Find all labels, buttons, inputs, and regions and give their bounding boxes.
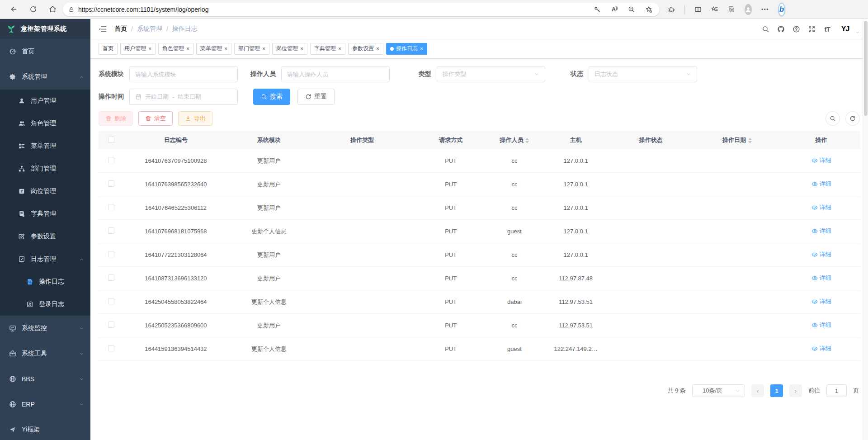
sidebar-item-dept-management[interactable]: 部门管理: [0, 157, 90, 180]
search-icon[interactable]: [762, 25, 769, 33]
next-page-button[interactable]: ›: [789, 384, 802, 397]
detail-link[interactable]: 详细: [811, 203, 831, 212]
sidebar-item-oper-log[interactable]: 操作日志: [0, 270, 90, 293]
operator-input-field[interactable]: [287, 71, 384, 78]
clear-button[interactable]: 清空: [138, 111, 173, 126]
detail-link[interactable]: 详细: [811, 321, 831, 329]
tab-oper-log[interactable]: 操作日志×: [386, 43, 427, 55]
close-icon[interactable]: ×: [420, 46, 423, 52]
export-button[interactable]: 导出: [178, 111, 212, 126]
show-search-button[interactable]: [826, 111, 840, 126]
url-text[interactable]: https://ccnetcore.com:1101/system/log/op…: [78, 6, 590, 13]
copilot-icon[interactable]: b: [778, 6, 785, 13]
detail-link[interactable]: 详细: [811, 180, 831, 188]
detail-link[interactable]: 详细: [811, 298, 831, 306]
favorites-add-icon[interactable]: [645, 6, 652, 13]
zoom-out-icon[interactable]: [628, 6, 635, 13]
font-size-icon[interactable]: tT: [823, 25, 831, 33]
goto-page-input[interactable]: [826, 384, 847, 397]
home-icon[interactable]: [49, 5, 57, 13]
detail-link[interactable]: 详细: [811, 227, 831, 235]
key-icon[interactable]: [594, 6, 601, 13]
fullscreen-icon[interactable]: [808, 25, 816, 33]
refresh-icon[interactable]: [29, 5, 37, 13]
row-checkbox[interactable]: [108, 322, 114, 328]
date-range-picker[interactable]: 开始日期 - 结束日期: [129, 89, 238, 105]
row-checkbox[interactable]: [108, 157, 114, 163]
close-icon[interactable]: ×: [376, 46, 379, 52]
github-icon[interactable]: [777, 25, 785, 33]
sidebar-item-user-management[interactable]: 用户管理: [0, 90, 90, 112]
split-screen-icon[interactable]: [694, 6, 702, 13]
detail-link[interactable]: 详细: [811, 156, 831, 165]
close-icon[interactable]: ×: [300, 46, 303, 52]
help-icon[interactable]: [793, 25, 800, 33]
row-checkbox[interactable]: [108, 274, 114, 281]
tab-param-settings[interactable]: 参数设置×: [348, 43, 383, 55]
address-bar[interactable]: https://ccnetcore.com:1101/system/log/op…: [63, 3, 660, 16]
close-icon[interactable]: ×: [148, 46, 151, 52]
page-scrollbar[interactable]: [863, 19, 868, 440]
user-avatar[interactable]: YJ: [839, 23, 851, 35]
sidebar-item-param-settings[interactable]: 参数设置: [0, 225, 90, 248]
tab-post-management[interactable]: 岗位管理×: [272, 43, 307, 55]
search-button[interactable]: 搜索: [253, 89, 290, 105]
app-logo[interactable]: 意框架管理系统: [0, 19, 90, 39]
sidebar-item-dict-management[interactable]: 字典管理: [0, 203, 90, 225]
page-1-button[interactable]: 1: [770, 384, 783, 397]
reset-button[interactable]: 重置: [297, 89, 335, 105]
favorites-icon[interactable]: [711, 6, 718, 13]
module-input-field[interactable]: [135, 71, 232, 78]
more-icon[interactable]: ⋯: [761, 6, 769, 13]
collections-icon[interactable]: [728, 6, 735, 13]
sidebar-item-menu-management[interactable]: 菜单管理: [0, 135, 90, 157]
sidebar-collapse-icon[interactable]: [99, 25, 107, 33]
sidebar-item-home[interactable]: 首页: [0, 39, 90, 64]
module-input[interactable]: [129, 66, 238, 82]
row-checkbox[interactable]: [108, 345, 114, 351]
tab-dict-management[interactable]: 字典管理×: [310, 43, 345, 55]
row-checkbox[interactable]: [108, 204, 114, 210]
column-header[interactable]: 操作日期: [692, 131, 783, 149]
close-icon[interactable]: ×: [338, 46, 341, 52]
breadcrumb-item[interactable]: 首页: [114, 25, 127, 33]
chevron-down-icon[interactable]: [855, 31, 860, 35]
row-checkbox[interactable]: [108, 251, 114, 257]
tab-menu-management[interactable]: 菜单管理×: [196, 43, 231, 55]
status-select[interactable]: 日志状态: [589, 66, 697, 82]
row-checkbox[interactable]: [108, 227, 114, 234]
close-icon[interactable]: ×: [186, 46, 189, 52]
row-checkbox[interactable]: [108, 180, 114, 187]
row-checkbox[interactable]: [108, 298, 114, 304]
extensions-icon[interactable]: [668, 6, 675, 13]
operator-input[interactable]: [281, 66, 390, 82]
sort-icon[interactable]: [748, 138, 752, 143]
select-all-checkbox[interactable]: [108, 137, 114, 143]
page-size-select[interactable]: 10条/页: [692, 384, 745, 397]
tab-role-management[interactable]: 角色管理×: [158, 43, 193, 55]
sidebar-item-system-tools[interactable]: 系统工具: [0, 341, 90, 366]
sidebar-item-role-management[interactable]: 角色管理: [0, 112, 90, 135]
sidebar-item-erp[interactable]: ERP: [0, 392, 90, 417]
tab-user-management[interactable]: 用户管理×: [120, 43, 156, 55]
sidebar-item-bbs[interactable]: BBS: [0, 366, 90, 392]
sidebar-item-post-management[interactable]: 岗位管理: [0, 180, 90, 203]
read-aloud-icon[interactable]: A)): [611, 6, 618, 13]
delete-button[interactable]: 删除: [99, 111, 133, 126]
sidebar-item-login-log[interactable]: 登录日志: [0, 293, 90, 316]
tab-dept-management[interactable]: 部门管理×: [234, 43, 269, 55]
back-icon[interactable]: [10, 5, 18, 13]
refresh-table-button[interactable]: [845, 111, 860, 126]
sidebar-item-yi-framework[interactable]: Yi框架: [0, 417, 90, 440]
detail-link[interactable]: 详细: [811, 251, 831, 259]
column-header[interactable]: 操作人员: [487, 131, 542, 149]
close-icon[interactable]: ×: [262, 46, 265, 52]
tab-home[interactable]: 首页: [99, 43, 118, 55]
profile-avatar[interactable]: [745, 6, 752, 13]
sort-icon[interactable]: [525, 138, 529, 143]
type-select[interactable]: 操作类型: [437, 66, 545, 82]
prev-page-button[interactable]: ‹: [751, 384, 764, 397]
sidebar-item-system-management[interactable]: 系统管理: [0, 64, 90, 90]
scrollbar-thumb[interactable]: [864, 21, 868, 116]
close-icon[interactable]: ×: [224, 46, 227, 52]
